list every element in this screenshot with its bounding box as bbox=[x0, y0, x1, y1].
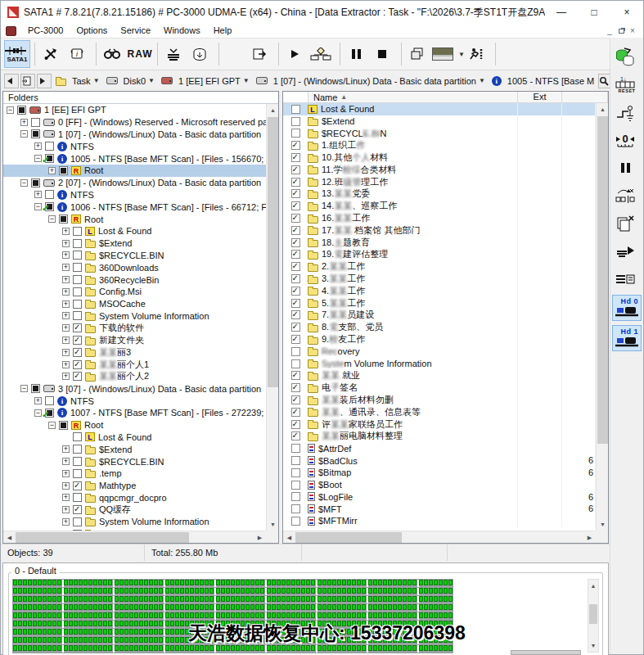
tree-item[interactable]: +QQ缓存 bbox=[3, 504, 266, 516]
row-checkbox[interactable] bbox=[291, 481, 300, 490]
table-row[interactable]: $Bitmap6 bbox=[283, 467, 596, 479]
expand-icon[interactable]: + bbox=[62, 324, 70, 332]
tree-checkbox[interactable] bbox=[31, 178, 40, 187]
table-row[interactable]: 9.校友工作 bbox=[283, 333, 596, 346]
table-row[interactable]: 14.某某、巡察工作 bbox=[283, 200, 596, 212]
tree-item[interactable]: +LLost & Found bbox=[3, 225, 266, 237]
row-checkbox[interactable] bbox=[291, 141, 300, 150]
tree-checkbox[interactable] bbox=[73, 311, 82, 320]
tree-checkbox[interactable] bbox=[31, 384, 40, 393]
menu-options[interactable]: Options bbox=[70, 24, 114, 38]
expand-icon[interactable]: + bbox=[34, 142, 42, 150]
table-row[interactable]: 10.其他个人材料 bbox=[283, 151, 596, 164]
tree-checkbox[interactable] bbox=[73, 275, 82, 284]
tree-item[interactable]: LLost & Found bbox=[3, 431, 266, 444]
table-row[interactable]: $LogFile6 bbox=[283, 491, 596, 504]
close-button[interactable]: × bbox=[610, 1, 643, 24]
nav-forward[interactable] bbox=[37, 74, 52, 88]
expand-icon[interactable]: + bbox=[48, 167, 56, 174]
scroll-up-icon[interactable]: ▲ bbox=[588, 580, 598, 592]
table-row[interactable]: 13.某某党委 bbox=[283, 188, 596, 201]
tree-item[interactable]: +某某丽3 bbox=[3, 346, 266, 359]
table-row[interactable]: 某某、通讯录、信息表等 bbox=[283, 406, 596, 418]
filter-queue-button[interactable] bbox=[612, 267, 642, 291]
expand-icon[interactable]: + bbox=[62, 288, 70, 296]
hd1-button[interactable]: Hd 1 bbox=[612, 325, 642, 351]
size-column-header[interactable] bbox=[561, 92, 608, 102]
table-row[interactable]: 18.主题教育 bbox=[283, 237, 596, 249]
tree-item[interactable]: +iNTFS bbox=[3, 395, 266, 407]
row-checkbox[interactable] bbox=[291, 431, 300, 440]
tree-item[interactable]: −3 [07] - (Windows/Linux) Data - Basic d… bbox=[3, 382, 266, 395]
tree-checkbox[interactable] bbox=[45, 154, 54, 163]
row-checkbox[interactable] bbox=[291, 492, 300, 501]
table-row[interactable]: 12.班级管理工作 bbox=[283, 176, 596, 188]
tree-checkbox[interactable] bbox=[73, 493, 82, 502]
reset-drive-button[interactable]: 1↓RESET bbox=[612, 72, 642, 97]
expand-icon[interactable]: + bbox=[62, 518, 70, 526]
start-button[interactable] bbox=[283, 40, 309, 68]
row-checkbox[interactable] bbox=[291, 250, 300, 259]
tree-item[interactable]: −RRoot bbox=[3, 419, 266, 431]
tree-item[interactable]: +下载的软件 bbox=[3, 322, 266, 334]
tree-checkbox[interactable] bbox=[45, 190, 54, 199]
row-checkbox[interactable] bbox=[291, 189, 300, 198]
table-row[interactable]: 17.某某 档案馆 其他部门 bbox=[283, 224, 596, 237]
scroll-up-icon[interactable]: ▲ bbox=[267, 104, 278, 116]
filter-start-button[interactable] bbox=[612, 239, 642, 264]
expand-icon[interactable]: + bbox=[62, 240, 70, 247]
scroll-right-icon[interactable]: ▶ bbox=[583, 531, 596, 544]
expand-icon[interactable]: + bbox=[62, 349, 70, 356]
row-checkbox[interactable] bbox=[291, 359, 300, 368]
scrollbar-thumb[interactable] bbox=[16, 532, 189, 543]
expand-icon[interactable]: + bbox=[62, 361, 70, 368]
database-recycle-button[interactable] bbox=[612, 44, 642, 69]
hd0-button[interactable]: Hd 0 bbox=[612, 295, 642, 321]
table-row[interactable]: $AttrDef bbox=[283, 442, 596, 454]
dropdown-icon[interactable]: ▼ bbox=[243, 77, 250, 84]
tree-item[interactable]: +$Extend bbox=[3, 237, 266, 250]
expand-icon[interactable]: + bbox=[34, 191, 42, 198]
map-horizontal-scrollbar[interactable] bbox=[511, 650, 581, 655]
row-checkbox[interactable] bbox=[291, 287, 300, 296]
tree-checkbox[interactable] bbox=[45, 142, 54, 151]
tree-item[interactable]: +Mathtype bbox=[3, 480, 266, 492]
expand-icon[interactable]: + bbox=[62, 470, 70, 477]
tree-horizontal-scrollbar[interactable]: ◀ ▶ bbox=[3, 531, 266, 543]
tree-vertical-scrollbar[interactable]: ▲ ▼ bbox=[266, 104, 278, 531]
raw-recovery-button[interactable]: RAW bbox=[127, 40, 153, 68]
table-row[interactable]: $MFT6 bbox=[283, 503, 596, 515]
table-row[interactable]: 电子签名 bbox=[283, 382, 596, 394]
expand-icon[interactable]: + bbox=[62, 312, 70, 319]
build-map-button[interactable] bbox=[309, 40, 336, 68]
crumb-task[interactable]: Task▼ bbox=[53, 76, 102, 86]
mdi-restore-button[interactable] bbox=[615, 25, 627, 37]
tree-checkbox[interactable] bbox=[73, 251, 82, 260]
tree-checkbox[interactable] bbox=[73, 432, 82, 441]
table-row[interactable]: 19.党建评估整理 bbox=[283, 249, 596, 261]
tree-item[interactable]: +$Extend bbox=[3, 443, 266, 455]
tree-item[interactable]: +RRoot bbox=[3, 165, 266, 177]
menu-service[interactable]: Service bbox=[114, 24, 157, 38]
row-checkbox[interactable] bbox=[291, 117, 300, 126]
mdi-close-button[interactable]: × bbox=[627, 25, 638, 37]
filter-button[interactable] bbox=[162, 40, 188, 68]
minimize-button[interactable]: — bbox=[545, 1, 578, 24]
row-checkbox[interactable] bbox=[291, 226, 300, 235]
tree-checkbox[interactable] bbox=[45, 202, 54, 211]
tree-checkbox[interactable] bbox=[59, 215, 68, 224]
row-checkbox[interactable] bbox=[291, 347, 300, 356]
collapse-icon[interactable]: − bbox=[20, 130, 28, 138]
nav-history[interactable] bbox=[20, 74, 35, 88]
scroll-right-icon[interactable]: ▶ bbox=[254, 531, 266, 544]
tree-item[interactable]: −i1006 - NTFS [Base MFT Scan] - [Files -… bbox=[3, 201, 266, 213]
task-properties-button[interactable]: i bbox=[65, 40, 92, 68]
row-checkbox[interactable] bbox=[291, 153, 300, 162]
list-horizontal-scrollbar[interactable]: ◀ ▶ bbox=[283, 531, 596, 543]
row-checkbox[interactable] bbox=[291, 274, 300, 283]
scrollbar-thumb[interactable] bbox=[597, 116, 608, 444]
crumb-efi-gpt[interactable]: 1 [EE] EFI GPT▼ bbox=[159, 76, 252, 86]
tree-checkbox[interactable] bbox=[73, 348, 82, 357]
expand-icon[interactable]: + bbox=[62, 228, 70, 235]
table-row[interactable]: LLost & Found bbox=[283, 103, 596, 115]
